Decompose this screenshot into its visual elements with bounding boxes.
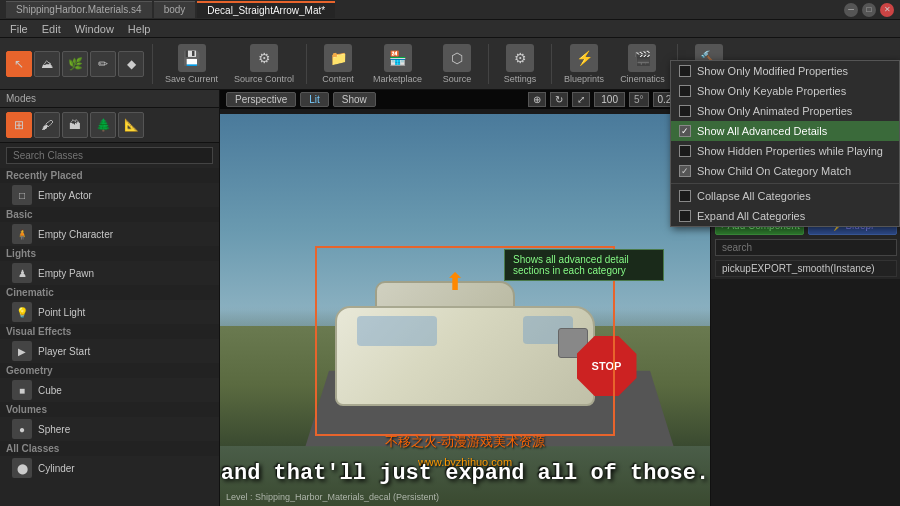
source-label: Source Control (234, 74, 294, 84)
cube-icon: ■ (12, 380, 32, 400)
cube-label: Cube (38, 385, 62, 396)
dropdown-tooltip: Shows all advanced detail sections in ea… (504, 249, 664, 281)
mode-select[interactable]: ↖ (6, 51, 32, 77)
cylinder-icon: ⬤ (12, 458, 32, 478)
mode-foliage2[interactable]: 🌲 (90, 112, 116, 138)
menu-window[interactable]: Window (69, 22, 120, 36)
class-item-cube[interactable]: ■ Cube (0, 378, 219, 402)
marketplace-button[interactable]: 🏪 Marketplace (367, 42, 428, 86)
instance-label: pickupEXPORT_smooth(Instance) (715, 260, 897, 277)
save-current-button[interactable]: 💾 Save Current (159, 42, 224, 86)
dropdown-expand-all[interactable]: Expand All Categories (671, 206, 899, 226)
point-light-label: Point Light (38, 307, 85, 318)
mode-foliage[interactable]: 🌿 (62, 51, 88, 77)
settings-button[interactable]: ⚙ Settings (495, 42, 545, 86)
minimize-button[interactable]: ─ (844, 3, 858, 17)
class-item-cylinder[interactable]: ⬤ Cylinder (0, 456, 219, 480)
checkbox-collapse (679, 190, 691, 202)
details-search-input[interactable] (715, 239, 897, 256)
mode-mesh[interactable]: 📐 (118, 112, 144, 138)
scale-icon[interactable]: ⤢ (572, 92, 590, 107)
separator-1 (152, 44, 153, 84)
tab-1[interactable]: ShippingHarbor.Materials.s4 (6, 1, 152, 18)
blueprints-button[interactable]: ⚡ Blueprints (558, 42, 610, 86)
checkbox-modified (679, 65, 691, 77)
cinematics-icon: 🎬 (628, 44, 656, 72)
menu-file[interactable]: File (4, 22, 34, 36)
mode-place[interactable]: ⊞ (6, 112, 32, 138)
class-item-player-start[interactable]: ▶ Player Start (0, 339, 219, 363)
class-item-empty-character[interactable]: 🧍 Empty Character (0, 222, 219, 246)
tab-bar: ShippingHarbor.Materials.s4 body Decal_S… (6, 1, 844, 18)
viewport-scene: ⬆ STOP 不移之火-动漫游戏美术资源 www.byzhihuo.com (220, 114, 710, 506)
class-item-sphere[interactable]: ● Sphere (0, 417, 219, 441)
viewport[interactable]: Perspective Lit Show ⊕ ↻ ⤢ 100 5° 0.25 ▶ (220, 90, 710, 506)
details-dropdown-menu: Show Only Modified Properties Show Only … (670, 60, 900, 227)
separator-3 (488, 44, 489, 84)
show-hidden-label: Show Hidden Properties while Playing (697, 145, 883, 157)
class-item-empty-pawn[interactable]: ♟ Empty Pawn (0, 261, 219, 285)
source2-icon: ⬡ (443, 44, 471, 72)
settings-label: Settings (504, 74, 537, 84)
details-panel: Details + Add Component ⚡ Bluepr pickupE… (711, 174, 900, 279)
cinematics-button[interactable]: 🎬 Cinematics (614, 42, 671, 86)
sphere-icon: ● (12, 419, 32, 439)
marketplace-label: Marketplace (373, 74, 422, 84)
viewport-level-label: Level : Shipping_Harbor_Materials_decal … (226, 492, 439, 502)
translate-icon[interactable]: ⊕ (528, 92, 546, 107)
chinese-watermark: 不移之火-动漫游戏美术资源 (385, 433, 545, 451)
search-classes-input[interactable] (6, 147, 213, 164)
collapse-all-label: Collapse All Categories (697, 190, 811, 202)
show-child-label: Show Child On Category Match (697, 165, 851, 177)
dropdown-show-modified[interactable]: Show Only Modified Properties (671, 61, 899, 81)
grid-snap[interactable]: 100 (594, 92, 625, 107)
show-modified-label: Show Only Modified Properties (697, 65, 848, 77)
menu-help[interactable]: Help (122, 22, 157, 36)
maximize-button[interactable]: □ (862, 3, 876, 17)
mode-geometry[interactable]: ◆ (118, 51, 144, 77)
show-button[interactable]: Show (333, 92, 376, 107)
mode-brush[interactable]: ✏ (90, 51, 116, 77)
dropdown-show-animated[interactable]: Show Only Animated Properties (671, 101, 899, 121)
tab-2[interactable]: body (154, 1, 196, 18)
section-recently-placed: Recently Placed (0, 168, 219, 183)
section-all-classes: All Classes (0, 441, 219, 456)
perspective-button[interactable]: Perspective (226, 92, 296, 107)
dropdown-show-keyable[interactable]: Show Only Keyable Properties (671, 81, 899, 101)
mode-paint[interactable]: 🖌 (34, 112, 60, 138)
close-button[interactable]: ✕ (880, 3, 894, 17)
class-item-empty-actor[interactable]: □ Empty Actor (0, 183, 219, 207)
modes-title: Modes (6, 93, 36, 104)
subtitle-text: and that'll just expand all of those. (220, 461, 710, 486)
show-keyable-label: Show Only Keyable Properties (697, 85, 846, 97)
show-animated-label: Show Only Animated Properties (697, 105, 852, 117)
mode-landscape2[interactable]: 🏔 (62, 112, 88, 138)
dropdown-show-hidden[interactable]: Show Hidden Properties while Playing (671, 141, 899, 161)
menu-edit[interactable]: Edit (36, 22, 67, 36)
section-basic: Basic (0, 207, 219, 222)
expand-all-label: Expand All Categories (697, 210, 805, 222)
rotation-snap[interactable]: 5° (629, 92, 649, 107)
dropdown-collapse-all[interactable]: Collapse All Categories (671, 186, 899, 206)
dropdown-show-advanced[interactable]: ✓ Show All Advanced Details (671, 121, 899, 141)
mode-landscape[interactable]: ⛰ (34, 51, 60, 77)
dropdown-show-child[interactable]: ✓ Show Child On Category Match (671, 161, 899, 181)
save-label: Save Current (165, 74, 218, 84)
sphere-label: Sphere (38, 424, 70, 435)
source-button[interactable]: ⬡ Source (432, 42, 482, 86)
section-volumes: Volumes (0, 402, 219, 417)
content-button[interactable]: 📁 Content (313, 42, 363, 86)
dropdown-separator (671, 183, 899, 184)
rotate-icon[interactable]: ↻ (550, 92, 568, 107)
tab-3[interactable]: Decal_StraightArrow_Mat* (197, 1, 335, 18)
car-body (335, 306, 595, 406)
class-item-point-light[interactable]: 💡 Point Light (0, 300, 219, 324)
lit-button[interactable]: Lit (300, 92, 329, 107)
car-model: ⬆ (315, 266, 615, 426)
player-start-icon: ▶ (12, 341, 32, 361)
show-advanced-label: Show All Advanced Details (697, 125, 827, 137)
source-control-button[interactable]: ⚙ Source Control (228, 42, 300, 86)
viewport-toolbar: Perspective Lit Show ⊕ ↻ ⤢ 100 5° 0.25 ▶ (220, 90, 710, 109)
content-label: Content (322, 74, 354, 84)
section-visual: Visual Effects (0, 324, 219, 339)
